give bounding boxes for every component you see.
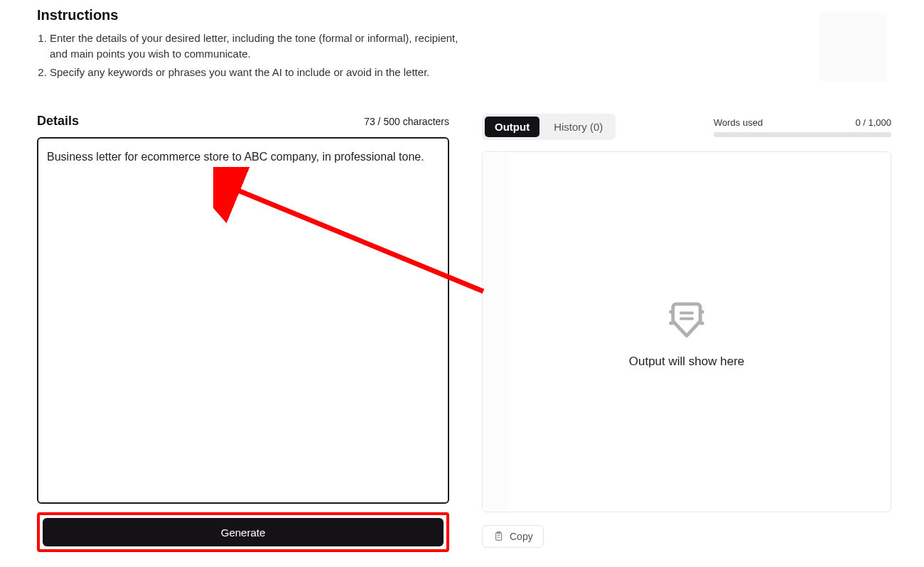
character-count: 73 / 500 characters	[364, 116, 449, 127]
copy-label: Copy	[510, 531, 533, 542]
details-title: Details	[37, 114, 79, 129]
output-column: Output History (0) Words used 0 / 1,000	[482, 114, 891, 552]
words-used-label: Words used	[714, 117, 763, 128]
output-placeholder-text: Output will show here	[629, 355, 745, 369]
words-used-bar	[714, 132, 891, 137]
instruction-item: Specify any keywords or phrases you want…	[50, 65, 463, 80]
output-panel: Output will show here	[482, 151, 891, 512]
instructions-list: Enter the details of your desired letter…	[37, 31, 463, 82]
output-gutter	[483, 153, 509, 511]
details-column: Details 73 / 500 characters Generate	[37, 114, 449, 552]
details-input[interactable]	[37, 137, 449, 504]
top-right-block	[819, 13, 887, 81]
generate-highlight: Generate	[37, 512, 449, 552]
tab-output[interactable]: Output	[485, 117, 539, 137]
clipboard-icon	[493, 531, 504, 542]
copy-button[interactable]: Copy	[482, 525, 544, 548]
instruction-item: Enter the details of your desired letter…	[50, 31, 463, 62]
generate-button[interactable]: Generate	[43, 518, 444, 546]
output-placeholder-icon	[658, 295, 715, 340]
instructions-title: Instructions	[37, 7, 887, 23]
words-used-block: Words used 0 / 1,000	[714, 117, 891, 137]
tab-history[interactable]: History (0)	[544, 117, 613, 137]
output-tabs: Output History (0)	[482, 114, 616, 140]
words-used-count: 0 / 1,000	[855, 117, 891, 128]
